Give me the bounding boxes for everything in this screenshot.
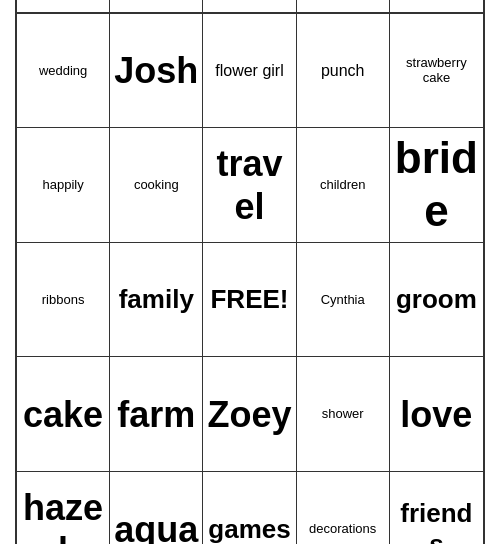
cell-text-10: ribbons	[42, 292, 85, 308]
bingo-cell-4: strawberry cake	[390, 14, 483, 129]
cell-text-8: children	[320, 177, 366, 193]
bingo-cell-3: punch	[297, 14, 390, 129]
bingo-card: BRIDE weddingJoshflower girlpunchstrawbe…	[15, 0, 485, 544]
cell-text-11: family	[119, 284, 194, 315]
cell-text-19: love	[400, 393, 472, 436]
bingo-cell-9: bride	[390, 128, 483, 243]
cell-text-22: games	[208, 514, 290, 544]
cell-text-14: groom	[396, 284, 477, 315]
cell-text-3: punch	[321, 61, 365, 80]
bingo-cell-2: flower girl	[203, 14, 296, 129]
header-cell-R: R	[110, 0, 203, 12]
bingo-cell-7: travel	[203, 128, 296, 243]
bingo-cell-6: cooking	[110, 128, 203, 243]
cell-text-20: hazel	[21, 486, 105, 544]
bingo-cell-5: happily	[17, 128, 110, 243]
bingo-cell-0: wedding	[17, 14, 110, 129]
bingo-grid: weddingJoshflower girlpunchstrawberry ca…	[17, 14, 483, 544]
header-cell-I: I	[203, 0, 296, 12]
cell-text-13: Cynthia	[321, 292, 365, 308]
cell-text-23: decorations	[309, 521, 376, 537]
header-row: BRIDE	[17, 0, 483, 14]
cell-text-12: FREE!	[210, 284, 288, 315]
bingo-cell-11: family	[110, 243, 203, 358]
cell-text-17: Zoey	[207, 393, 291, 436]
bingo-cell-15: cake	[17, 357, 110, 472]
cell-text-7: travel	[207, 142, 291, 228]
bingo-cell-13: Cynthia	[297, 243, 390, 358]
bingo-cell-12: FREE!	[203, 243, 296, 358]
bingo-cell-24: friends	[390, 472, 483, 544]
bingo-cell-20: hazel	[17, 472, 110, 544]
cell-text-6: cooking	[134, 177, 179, 193]
cell-text-21: aqua	[114, 508, 198, 544]
bingo-cell-21: aqua	[110, 472, 203, 544]
header-cell-D: D	[297, 0, 390, 12]
bingo-cell-17: Zoey	[203, 357, 296, 472]
bingo-cell-16: farm	[110, 357, 203, 472]
bingo-cell-19: love	[390, 357, 483, 472]
bingo-cell-22: games	[203, 472, 296, 544]
cell-text-15: cake	[23, 393, 103, 436]
bingo-cell-14: groom	[390, 243, 483, 358]
cell-text-16: farm	[117, 393, 195, 436]
cell-text-9: bride	[394, 132, 479, 238]
cell-text-24: friends	[394, 498, 479, 544]
bingo-cell-1: Josh	[110, 14, 203, 129]
bingo-cell-23: decorations	[297, 472, 390, 544]
cell-text-4: strawberry cake	[394, 55, 479, 86]
bingo-cell-10: ribbons	[17, 243, 110, 358]
cell-text-5: happily	[42, 177, 83, 193]
header-cell-B: B	[17, 0, 110, 12]
header-cell-E: E	[390, 0, 483, 12]
cell-text-18: shower	[322, 406, 364, 422]
cell-text-2: flower girl	[215, 61, 283, 80]
bingo-cell-8: children	[297, 128, 390, 243]
bingo-cell-18: shower	[297, 357, 390, 472]
cell-text-1: Josh	[114, 49, 198, 92]
cell-text-0: wedding	[39, 63, 87, 79]
